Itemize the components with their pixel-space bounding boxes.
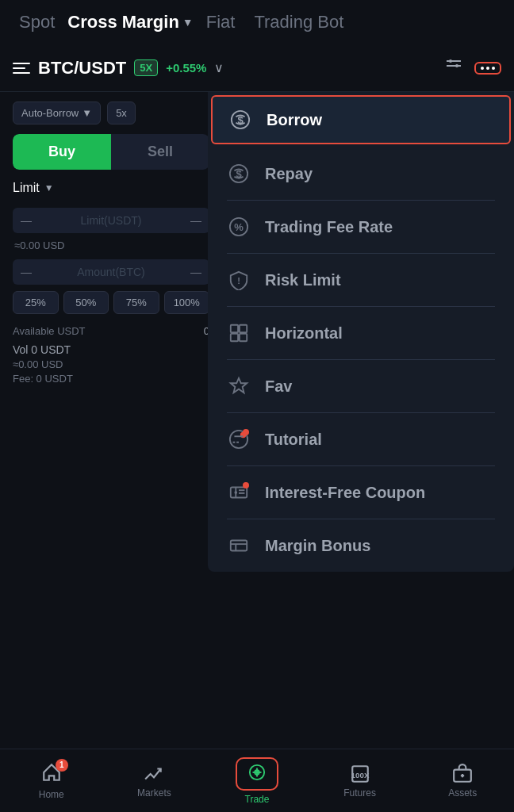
sell-tab[interactable]: Sell	[111, 134, 209, 170]
pct-50-button[interactable]: 50%	[63, 291, 109, 314]
nav-tab-futures[interactable]: 100X Futures	[309, 757, 412, 805]
repay-label: Repay	[265, 165, 313, 183]
volume-section: Vol 0 USDT ≈0.00 USD Fee: 0 USDT	[13, 343, 209, 385]
trading-fee-rate-icon: %	[227, 215, 251, 239]
risk-limit-label: Risk Limit	[265, 271, 341, 289]
svg-rect-12	[240, 325, 247, 332]
nav-tab-home[interactable]: 1 Home	[0, 756, 103, 806]
order-type-selector[interactable]: Limit ▼	[13, 181, 209, 195]
svg-rect-13	[231, 334, 238, 341]
nav-cross-margin[interactable]: Cross Margin ▼	[67, 12, 193, 33]
borrow-icon: $	[228, 108, 252, 132]
limit-price-input[interactable]: — Limit(USDT) —	[13, 208, 209, 233]
svg-text:%: %	[234, 221, 244, 233]
available-usdt-row: Available USDT 0	[13, 325, 209, 337]
menu-item-borrow[interactable]: $ Borrow	[211, 95, 511, 144]
main-area: Auto-Borrow ▼ 5x Buy Sell Limit ▼ — Limi…	[0, 92, 514, 394]
price-dash-right: —	[190, 214, 201, 227]
menu-item-fav[interactable]: Fav	[208, 360, 514, 412]
tutorial-icon	[227, 427, 251, 451]
settings-icon[interactable]	[444, 56, 463, 79]
percent-row: 25% 50% 75% 100%	[13, 291, 209, 314]
dropdown-menu: $ Borrow $ Repay	[208, 92, 514, 572]
vol-usd: ≈0.00 USD	[13, 358, 209, 370]
trade-tab-border	[236, 757, 278, 791]
nav-tab-markets[interactable]: Markets	[103, 757, 206, 805]
price-change: +0.55%	[166, 61, 206, 75]
auto-borrow-button[interactable]: Auto-Borrow ▼	[13, 102, 101, 124]
markets-icon	[144, 764, 164, 784]
svg-point-2	[449, 59, 452, 63]
nav-cross-margin-label: Cross Margin	[67, 12, 179, 33]
symbol-name: BTC/USDT	[38, 58, 126, 79]
order-type-label: Limit	[13, 181, 40, 195]
menu-item-repay[interactable]: $ Repay	[208, 147, 514, 200]
nav-fiat[interactable]: Fiat	[200, 9, 242, 36]
svg-rect-25	[231, 541, 247, 551]
pct-100-button[interactable]: 100%	[164, 291, 210, 314]
svg-marker-15	[231, 378, 247, 393]
svg-point-22	[234, 491, 237, 494]
order-type-arrow-icon: ▼	[44, 182, 54, 193]
trade-label: Trade	[245, 794, 270, 805]
tutorial-label: Tutorial	[265, 431, 322, 449]
svg-rect-11	[231, 325, 238, 332]
more-options-button[interactable]	[474, 62, 501, 75]
auto-borrow-label: Auto-Borrow	[21, 107, 79, 119]
menu-item-risk-limit[interactable]: ! Risk Limit	[208, 254, 514, 306]
svg-text:100X: 100X	[351, 771, 369, 779]
order-controls: Auto-Borrow ▼ 5x	[13, 102, 209, 124]
nav-tab-trade[interactable]: Trade	[205, 751, 309, 811]
interest-free-coupon-icon	[227, 481, 251, 504]
leverage-value: 5x	[116, 107, 127, 119]
menu-item-trading-fee-rate[interactable]: % Trading Fee Rate	[208, 201, 514, 253]
borrow-label: Borrow	[267, 111, 322, 129]
available-label: Available USDT	[13, 325, 86, 337]
menu-item-tutorial[interactable]: Tutorial	[208, 413, 514, 465]
nav-tab-assets[interactable]: Assets	[411, 757, 514, 805]
assets-label: Assets	[448, 787, 477, 799]
hamburger-menu[interactable]	[13, 63, 30, 74]
amount-placeholder: Amount(BTC)	[32, 266, 190, 278]
pct-25-button[interactable]: 25%	[13, 291, 59, 314]
markets-label: Markets	[137, 787, 171, 799]
pct-75-button[interactable]: 75%	[113, 291, 159, 314]
symbol-chevron-icon[interactable]: ∨	[214, 60, 224, 75]
trade-icon	[248, 764, 266, 781]
fav-label: Fav	[265, 377, 292, 396]
trading-fee-rate-label: Trading Fee Rate	[265, 218, 393, 236]
buy-sell-tabs: Buy Sell	[13, 134, 209, 170]
bottom-nav: 1 Home Markets Trade 100X Futures	[0, 749, 514, 812]
amount-dash-left: —	[21, 266, 32, 278]
price-dash-left: —	[21, 214, 32, 227]
assets-icon	[452, 764, 473, 784]
buy-tab[interactable]: Buy	[13, 134, 111, 170]
limit-placeholder: Limit(USDT)	[32, 214, 190, 227]
fav-icon	[227, 374, 251, 398]
amount-dash-right: —	[190, 266, 201, 278]
order-panel: Auto-Borrow ▼ 5x Buy Sell Limit ▼ — Limi…	[0, 92, 222, 394]
repay-icon: $	[227, 162, 251, 186]
futures-label: Futures	[343, 787, 376, 799]
horizontal-icon	[227, 321, 251, 345]
amount-input[interactable]: — Amount(BTC) —	[13, 259, 209, 285]
menu-item-horizontal[interactable]: Horizontal	[208, 307, 514, 359]
menu-item-margin-bonus[interactable]: Margin Bonus	[208, 519, 514, 572]
nav-trading-bot[interactable]: Trading Bot	[247, 9, 350, 36]
svg-rect-14	[240, 334, 247, 341]
vol-main: Vol 0 USDT	[13, 343, 209, 356]
home-label: Home	[39, 789, 64, 800]
home-badge: 1	[56, 759, 68, 772]
margin-bonus-label: Margin Bonus	[265, 537, 370, 555]
leverage-badge: 5X	[134, 59, 158, 76]
fee-row: Fee: 0 USDT	[13, 373, 209, 385]
margin-bonus-icon	[227, 534, 251, 557]
top-nav: Spot Cross Margin ▼ Fiat Trading Bot	[0, 0, 514, 44]
auto-borrow-arrow: ▼	[82, 107, 92, 119]
risk-limit-icon: !	[227, 268, 251, 292]
nav-spot[interactable]: Spot	[13, 9, 61, 36]
menu-item-interest-free-coupon[interactable]: Interest-Free Coupon	[208, 466, 514, 519]
svg-point-3	[455, 64, 458, 67]
nav-dropdown-arrow: ▼	[182, 16, 194, 29]
leverage-selector[interactable]: 5x	[107, 102, 136, 124]
